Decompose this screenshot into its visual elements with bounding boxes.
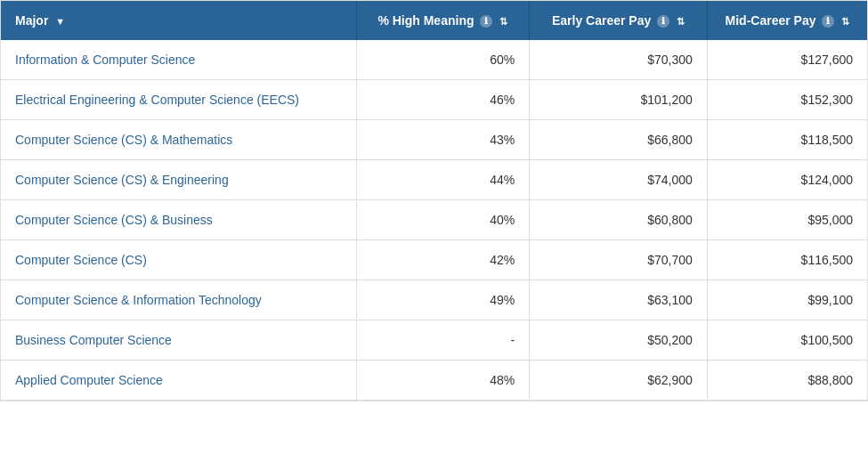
mid-career-cell: $152,300	[707, 80, 867, 120]
major-cell[interactable]: Computer Science (CS)	[1, 240, 356, 280]
early-career-cell: $70,700	[530, 240, 708, 280]
mid-career-sort-icon[interactable]: ⇅	[841, 16, 849, 28]
early-career-sort-icon[interactable]: ⇅	[677, 16, 685, 28]
high-meaning-cell: 46%	[356, 80, 530, 120]
major-cell[interactable]: Computer Science (CS) & Engineering	[1, 160, 356, 200]
major-cell[interactable]: Information & Computer Science	[1, 40, 356, 80]
major-sort-icon[interactable]: ▼	[55, 16, 65, 27]
early-career-cell: $70,300	[530, 40, 708, 80]
high-meaning-cell: 42%	[356, 240, 530, 280]
table-row: Applied Computer Science48%$62,900$88,80…	[1, 361, 867, 401]
high-meaning-cell: -	[356, 320, 530, 361]
mid-career-cell: $127,600	[707, 40, 867, 80]
high-meaning-cell: 43%	[356, 120, 530, 160]
table-row: Computer Science (CS) & Mathematics43%$6…	[1, 120, 867, 160]
major-column-header[interactable]: Major ▼	[1, 1, 356, 40]
high-meaning-cell: 60%	[356, 40, 530, 80]
early-career-info-icon[interactable]: ℹ	[657, 15, 669, 28]
mid-career-cell: $88,800	[707, 361, 867, 401]
high-meaning-sort-icon[interactable]: ⇅	[499, 16, 507, 28]
major-cell[interactable]: Electrical Engineering & Computer Scienc…	[1, 80, 356, 120]
data-table: Major ▼ % High Meaning ℹ ⇅ Early Career …	[0, 0, 868, 401]
early-career-cell: $66,800	[530, 120, 708, 160]
early-career-header-label: Early Career Pay	[552, 13, 651, 28]
early-career-cell: $50,200	[530, 320, 708, 361]
table-row: Computer Science (CS)42%$70,700$116,500	[1, 240, 867, 280]
mid-career-cell: $124,000	[707, 160, 867, 200]
mid-career-cell: $95,000	[707, 200, 867, 240]
mid-career-info-icon[interactable]: ℹ	[822, 15, 834, 28]
mid-career-cell: $100,500	[707, 320, 867, 361]
mid-career-cell: $116,500	[707, 240, 867, 280]
table-row: Business Computer Science-$50,200$100,50…	[1, 320, 867, 361]
table-row: Electrical Engineering & Computer Scienc…	[1, 80, 867, 120]
table-row: Information & Computer Science60%$70,300…	[1, 40, 867, 80]
mid-career-header-label: Mid-Career Pay	[726, 13, 816, 28]
high-meaning-column-header[interactable]: % High Meaning ℹ ⇅	[356, 1, 530, 40]
early-career-cell: $63,100	[530, 280, 708, 320]
mid-career-cell: $99,100	[707, 280, 867, 320]
high-meaning-cell: 44%	[356, 160, 530, 200]
high-meaning-header-label: % High Meaning	[377, 13, 474, 28]
high-meaning-info-icon[interactable]: ℹ	[480, 15, 492, 28]
major-cell[interactable]: Business Computer Science	[1, 320, 356, 361]
mid-career-column-header[interactable]: Mid-Career Pay ℹ ⇅	[707, 1, 867, 40]
early-career-cell: $101,200	[530, 80, 708, 120]
high-meaning-cell: 49%	[356, 280, 530, 320]
table-row: Computer Science (CS) & Business40%$60,8…	[1, 200, 867, 240]
early-career-cell: $74,000	[530, 160, 708, 200]
high-meaning-cell: 48%	[356, 361, 530, 401]
early-career-cell: $62,900	[530, 361, 708, 401]
table-row: Computer Science (CS) & Engineering44%$7…	[1, 160, 867, 200]
major-cell[interactable]: Computer Science & Information Technolog…	[1, 280, 356, 320]
early-career-cell: $60,800	[530, 200, 708, 240]
major-cell[interactable]: Applied Computer Science	[1, 361, 356, 401]
mid-career-cell: $118,500	[707, 120, 867, 160]
major-header-label: Major	[15, 13, 48, 28]
major-cell[interactable]: Computer Science (CS) & Business	[1, 200, 356, 240]
major-cell[interactable]: Computer Science (CS) & Mathematics	[1, 120, 356, 160]
early-career-column-header[interactable]: Early Career Pay ℹ ⇅	[530, 1, 708, 40]
high-meaning-cell: 40%	[356, 200, 530, 240]
table-row: Computer Science & Information Technolog…	[1, 280, 867, 320]
table-header-row: Major ▼ % High Meaning ℹ ⇅ Early Career …	[1, 1, 867, 40]
